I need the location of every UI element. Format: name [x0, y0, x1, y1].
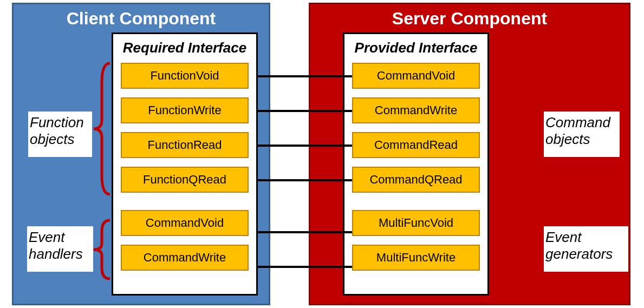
provided-interface-title: Provided Interface [352, 40, 480, 56]
command-write-client-box: CommandWrite [121, 245, 249, 271]
command-qread-box: CommandQRead [352, 167, 480, 193]
event-generators-label: Event generators [544, 226, 628, 272]
server-title: Server Component [392, 9, 547, 29]
function-void-box: FunctionVoid [121, 63, 249, 89]
required-interface-title: Required Interface [121, 40, 249, 56]
command-objects-label: Command objects [544, 112, 620, 157]
command-void-box: CommandVoid [352, 63, 480, 89]
command-read-box: CommandRead [352, 132, 480, 158]
connector-6 [256, 266, 352, 268]
provided-interface-box: Provided Interface CommandVoid CommandWr… [343, 32, 489, 296]
connector-2 [256, 110, 352, 112]
client-title: Client Component [67, 9, 216, 29]
client-function-group: FunctionVoid FunctionWrite FunctionRead … [121, 63, 249, 193]
multifunc-write-box: MultiFuncWrite [352, 245, 480, 271]
client-event-group: CommandVoid CommandWrite [121, 210, 249, 271]
function-read-box: FunctionRead [121, 132, 249, 158]
connector-3 [256, 145, 352, 147]
server-event-group: MultiFuncVoid MultiFuncWrite [352, 210, 480, 271]
function-objects-label: Function objects [28, 112, 92, 157]
function-qread-box: FunctionQRead [121, 167, 249, 193]
connector-5 [256, 231, 352, 233]
brace-command-objects [515, 61, 536, 197]
event-handlers-label: Event handlers [27, 226, 93, 272]
command-write-box: CommandWrite [352, 97, 480, 123]
brace-function-objects [91, 61, 113, 197]
multifunc-void-box: MultiFuncVoid [352, 210, 480, 236]
connector-4 [256, 179, 352, 181]
required-interface-box: Required Interface FunctionVoid Function… [112, 32, 258, 296]
server-command-group: CommandVoid CommandWrite CommandRead Com… [352, 63, 480, 193]
command-void-client-box: CommandVoid [121, 210, 249, 236]
connector-1 [256, 75, 352, 77]
brace-event-handlers [91, 218, 113, 281]
function-write-box: FunctionWrite [121, 97, 249, 123]
brace-event-generators [515, 218, 536, 281]
